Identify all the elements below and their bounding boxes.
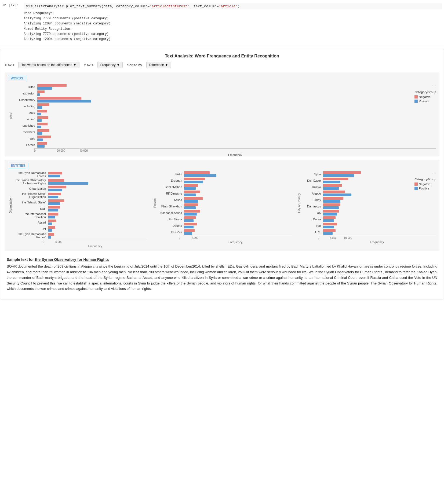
bar-group: [48, 226, 55, 232]
bar-group: [323, 229, 336, 235]
negative-bar: [37, 97, 81, 100]
city-x-axis-label: Frequency: [318, 240, 436, 244]
positive-color-swatch: [414, 100, 418, 103]
negative-bar: [184, 197, 203, 200]
positive-bar: [184, 213, 197, 216]
person-tick-1: 2,000: [187, 236, 203, 239]
words-bar-rows: killedexplosionObservatoryincluding2019c…: [13, 83, 408, 148]
bar-group: [184, 171, 216, 177]
positive-bar: [37, 145, 45, 148]
x-axis-dropdown[interactable]: Top words based on the differences ▼: [18, 62, 79, 68]
negative-bar: [37, 116, 48, 119]
table-row: Sahl al-Ghab: [157, 184, 292, 190]
bar-group: [184, 223, 197, 228]
org-tick-1: 5,000: [51, 240, 67, 243]
positive-bar: [323, 226, 334, 228]
code-middle: , text_column=: [190, 4, 219, 8]
bar-label: Khan Shaykhun: [157, 205, 184, 208]
positive-bar: [37, 106, 42, 109]
table-row: Putin: [157, 171, 292, 177]
negative-bar: [37, 129, 49, 132]
y-axis-label: Y axis: [84, 63, 93, 67]
bar-label: Organization: [13, 187, 48, 190]
person-bar-rows: PutinErdoganSahl al-GhabRif DimashqAssad…: [157, 170, 292, 236]
negative-bar: [323, 184, 342, 187]
bar-label: Putin: [157, 173, 184, 176]
main-chart-container: Text Analysis: Word Frenquency and Entit…: [0, 49, 444, 300]
positive-bar: [48, 189, 62, 191]
negative-bar: [37, 110, 47, 112]
positive-bar: [184, 226, 193, 228]
entities-legend-negative-label: Negative: [419, 182, 430, 186]
y-axis-chevron-icon: ▼: [117, 63, 120, 67]
sample-text-title: Sample text for the Syrian Observatory f…: [7, 257, 437, 262]
positive-bar: [323, 206, 339, 209]
bar-label: Kafr Zita: [157, 231, 184, 234]
entities-more-icon[interactable]: ⋯: [432, 170, 436, 176]
positive-bar: [48, 175, 60, 177]
negative-bar: [323, 171, 361, 174]
bar-label: Damascus: [302, 205, 323, 208]
words-legend-positive: Positive: [414, 100, 436, 103]
bar-group: [37, 136, 51, 141]
table-row: Erdogan: [157, 178, 292, 183]
entities-header: ENTITIES: [8, 163, 28, 168]
sorted-by-dropdown[interactable]: Difference ▼: [146, 62, 171, 68]
city-tick-1: 5,000: [326, 236, 341, 239]
output-line: Word Frequency:: [24, 11, 442, 16]
negative-bar: [323, 197, 344, 200]
code-prefix: VisualTextAnalyzer.plot_text_summary(dat…: [26, 4, 150, 8]
positive-bar: [184, 187, 196, 190]
bar-label: Syria: [302, 173, 323, 176]
bar-group: [184, 210, 200, 216]
bar-group: [37, 97, 91, 103]
bar-group: [48, 172, 62, 177]
org-bar-rows: the Syria Democratic Forcesthe Syrian Ob…: [13, 170, 148, 240]
table-row: Daraa: [302, 216, 408, 222]
person-x-axis-label: Frequency: [179, 240, 292, 244]
negative-bar: [184, 178, 205, 180]
negative-bar: [184, 223, 197, 225]
positive-bar: [37, 113, 41, 115]
positive-bar: [37, 132, 42, 135]
negative-bar: [184, 191, 200, 193]
org-tick-0: 0: [43, 240, 51, 243]
bar-group: [323, 216, 336, 222]
negative-bar: [48, 172, 62, 174]
city-bar-rows: SyriaDeir EzzorRussiaAleppoTurkeyDamascu…: [302, 170, 408, 236]
table-row: Bashar al-Assad: [157, 210, 292, 216]
table-row: U.S.: [302, 229, 408, 235]
words-more-icon[interactable]: ⋯: [432, 83, 436, 88]
bar-group: [184, 216, 196, 222]
y-axis-value: Frequency: [100, 63, 116, 67]
positive-bar: [323, 174, 355, 177]
sample-text-body: SOHR documented the death of 203 civilia…: [7, 264, 437, 292]
table-row: the "Islamic State" Organization: [13, 192, 148, 199]
y-axis-dropdown[interactable]: Frequency ▼: [97, 62, 123, 68]
entities-legend-title: CategoryGroup: [414, 178, 436, 181]
negative-bar: [37, 142, 47, 145]
positive-bar: [48, 236, 51, 239]
bar-label: caused: [13, 118, 37, 121]
negative-bar: [48, 220, 56, 222]
positive-bar: [48, 216, 55, 218]
bar-label: said: [13, 137, 37, 140]
table-row: Deir Ezzor: [302, 178, 408, 183]
bar-group: [48, 233, 54, 239]
bar-group: [184, 184, 198, 190]
positive-bar: [48, 196, 58, 198]
bar-group: [323, 197, 344, 203]
output-line: Named Entity Recognition:: [24, 27, 442, 32]
entities-section: ENTITIES Organization the Syria Democrat…: [5, 160, 439, 251]
bar-label: Erdogan: [157, 179, 184, 182]
bar-label: Douma: [157, 224, 184, 227]
table-row: Assad: [13, 220, 148, 225]
words-tick-0: 0: [34, 149, 50, 152]
negative-bar: [323, 178, 348, 180]
cell-label: In [17]:: [0, 2, 21, 45]
code-param1: 'articleofinterest': [150, 4, 189, 8]
bar-label: the "Islamic State": [13, 201, 48, 204]
negative-bar: [323, 216, 336, 219]
table-row: Ein Tarma: [157, 216, 292, 222]
output-line: Analyzing 12004 documents (negative cate…: [24, 21, 442, 26]
